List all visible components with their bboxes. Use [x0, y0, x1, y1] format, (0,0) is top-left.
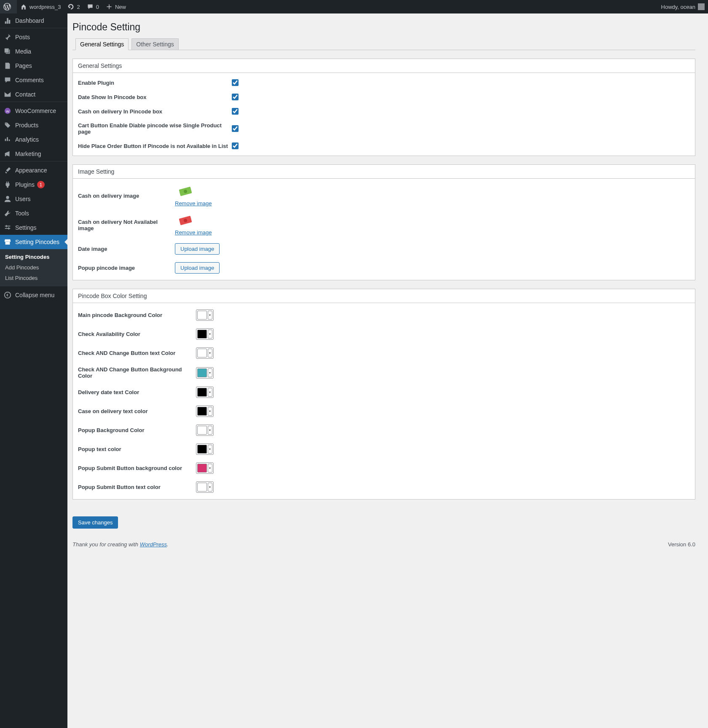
admin-toolbar: wordpress_3 2 0 New Howdy, ocean: [0, 0, 708, 13]
user-icon: [3, 195, 12, 203]
color-picker-popup-text[interactable]: ▾: [196, 443, 214, 455]
label-date-show: Date Show In Pincode box: [78, 94, 232, 100]
products-icon: [3, 121, 12, 129]
label-check-avail: Check Availability Color: [78, 331, 196, 337]
sidebar-item-setting-pincodes[interactable]: Setting Pincodes: [0, 235, 67, 249]
color-toggle-icon: ▾: [208, 388, 212, 397]
label-hide-place-order: Hide Place Order Button if Pincode is no…: [78, 143, 232, 149]
label-main-bg: Main pincode Background Color: [78, 312, 196, 318]
submenu-setting-pincodes[interactable]: Setting Pincodes: [0, 252, 67, 262]
color-picker-delivery-date[interactable]: ▾: [196, 387, 214, 398]
label-popup-bg: Popup Background Color: [78, 427, 196, 433]
media-icon: [3, 47, 12, 56]
updates-count: 2: [77, 4, 80, 10]
section-title: General Settings: [73, 59, 695, 73]
sidebar-item-collapse[interactable]: Collapse menu: [0, 288, 67, 302]
sidebar-item-appearance[interactable]: Appearance: [0, 163, 67, 177]
footer-thanks: Thank you for creating with WordPress.: [72, 537, 169, 552]
color-picker-check-avail[interactable]: ▾: [196, 328, 214, 340]
upload-popup-image-button[interactable]: Upload image: [175, 262, 220, 274]
checkbox-cod-box[interactable]: [232, 108, 239, 115]
sidebar-item-marketing[interactable]: Marketing: [0, 147, 67, 161]
checkbox-enable-plugin[interactable]: [232, 79, 239, 86]
admin-sidebar: Dashboard Posts Media Pages Comments Con…: [0, 13, 67, 552]
color-toggle-icon: ▾: [208, 368, 212, 377]
sidebar-item-tools[interactable]: Tools: [0, 206, 67, 220]
site-name: wordpress_3: [30, 4, 61, 10]
comment-icon: [3, 76, 12, 84]
color-toggle-icon: ▾: [208, 464, 212, 473]
label-check-change-text: Check AND Change Button text Color: [78, 350, 196, 356]
label-cod-image: Cash on delivery image: [78, 193, 175, 199]
mail-icon: [3, 90, 12, 99]
label-popup-submit-text: Popup Submit Button text color: [78, 484, 196, 490]
sidebar-item-analytics[interactable]: Analytics: [0, 132, 67, 147]
section-general: General Settings Enable Plugin Date Show…: [72, 59, 695, 156]
analytics-icon: [3, 135, 12, 144]
section-title: Image Setting: [73, 165, 695, 179]
updates-link[interactable]: 2: [64, 0, 83, 13]
submenu-list-pincodes[interactable]: List Pincodes: [0, 273, 67, 283]
sidebar-item-media[interactable]: Media: [0, 44, 67, 59]
sidebar-item-posts[interactable]: Posts: [0, 30, 67, 44]
comments-count: 0: [96, 4, 99, 10]
section-title: Pincode Box Color Setting: [73, 289, 695, 303]
checkbox-date-show[interactable]: [232, 94, 239, 100]
sidebar-item-settings[interactable]: Settings: [0, 220, 67, 235]
label-cod-text: Case on delivery text color: [78, 408, 196, 414]
sidebar-item-dashboard[interactable]: Dashboard: [0, 13, 67, 28]
sidebar-item-plugins[interactable]: Plugins1: [0, 177, 67, 192]
save-button[interactable]: Save changes: [72, 516, 118, 529]
tab-other[interactable]: Other Settings: [131, 38, 179, 50]
new-link[interactable]: New: [102, 0, 129, 13]
my-account-link[interactable]: Howdy, ocean: [658, 0, 708, 13]
sidebar-item-contact[interactable]: Contact: [0, 87, 67, 102]
remove-cod-na-image-link[interactable]: Remove image: [175, 229, 212, 236]
color-picker-cod-text[interactable]: ▾: [196, 406, 214, 417]
submenu-pincodes: Setting Pincodes Add Pincodes List Pinco…: [0, 249, 67, 286]
label-popup-image: Popup pincode image: [78, 265, 175, 271]
tab-bar: General Settings Other Settings: [72, 35, 695, 50]
label-cod-na-image: Cash on delivery Not Availabel image: [78, 219, 175, 231]
checkbox-hide-place-order[interactable]: [232, 142, 239, 149]
color-picker-popup-submit-bg[interactable]: ▾: [196, 462, 214, 474]
svg-point-3: [5, 292, 11, 298]
remove-cod-image-link[interactable]: Remove image: [175, 200, 212, 207]
cod-image-thumb: [175, 185, 196, 199]
color-toggle-icon: ▾: [208, 445, 212, 454]
plugin-icon: [3, 180, 12, 189]
site-name-link[interactable]: wordpress_3: [17, 0, 64, 13]
color-picker-popup-submit-text[interactable]: ▾: [196, 481, 214, 493]
color-picker-main-bg[interactable]: ▾: [196, 309, 214, 321]
color-picker-check-change-text[interactable]: ▾: [196, 347, 214, 359]
label-cart-button: Cart Button Enable Diable pincode wise S…: [78, 122, 232, 135]
upload-date-image-button[interactable]: Upload image: [175, 243, 220, 255]
label-popup-text: Popup text color: [78, 446, 196, 452]
new-label: New: [115, 4, 126, 10]
wordpress-link[interactable]: WordPress: [140, 541, 167, 548]
sidebar-item-products[interactable]: Products: [0, 118, 67, 132]
avatar: [698, 3, 705, 10]
color-picker-check-change-bg[interactable]: ▾: [196, 367, 214, 379]
sidebar-item-users[interactable]: Users: [0, 192, 67, 206]
comments-link[interactable]: 0: [83, 0, 102, 13]
color-toggle-icon: ▾: [208, 311, 212, 320]
tab-general[interactable]: General Settings: [75, 38, 129, 50]
page-title: Pincode Setting: [72, 18, 695, 35]
sidebar-item-comments[interactable]: Comments: [0, 73, 67, 87]
submenu-add-pincodes[interactable]: Add Pincodes: [0, 262, 67, 273]
sidebar-item-pages[interactable]: Pages: [0, 59, 67, 73]
dashboard-icon: [3, 16, 12, 25]
wrench-icon: [3, 209, 12, 218]
woocommerce-icon: W: [3, 107, 12, 115]
color-picker-popup-bg[interactable]: ▾: [196, 424, 214, 436]
label-delivery-date: Delivery date text Color: [78, 389, 196, 395]
color-toggle-icon: ▾: [208, 426, 212, 435]
wp-logo[interactable]: [0, 0, 17, 13]
svg-text:W: W: [6, 110, 9, 113]
checkbox-cart-button[interactable]: [232, 125, 239, 132]
svg-point-2: [6, 196, 9, 199]
color-toggle-icon: ▾: [208, 407, 212, 416]
sidebar-item-woocommerce[interactable]: WWooCommerce: [0, 104, 67, 118]
version-text: Version 6.0: [668, 537, 695, 552]
